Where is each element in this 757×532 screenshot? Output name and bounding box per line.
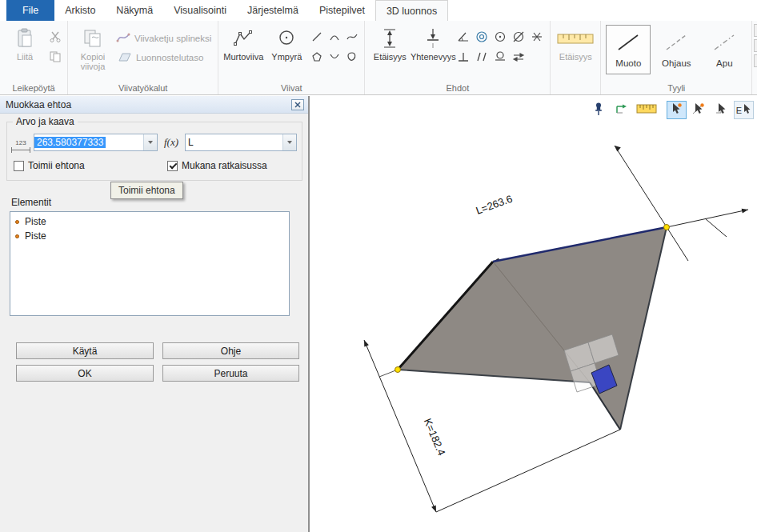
coincidence-button[interactable]: Yhtenevyys: [411, 24, 455, 64]
circle-slash-constraint-button[interactable]: [510, 30, 527, 46]
sketch-plane-button[interactable]: Luonnostelutaso: [116, 51, 211, 64]
tab-pistepilvet[interactable]: Pistepilvet: [309, 0, 375, 21]
lines-group-label: Viivat: [218, 83, 364, 93]
circle-label: Ympyrä: [271, 52, 302, 62]
sketch-canvas[interactable]: E: [310, 96, 757, 532]
ruler-button[interactable]: [634, 101, 659, 119]
copy-lines-icon: [82, 26, 103, 50]
polyline-label: Murtoviiva: [223, 52, 263, 62]
spline-chain-button[interactable]: Viivaketju splineksi: [116, 31, 211, 46]
tab-visualisointi[interactable]: Visualisointi: [163, 0, 237, 21]
paste-button[interactable]: Liitä: [3, 24, 46, 64]
paste-label: Liitä: [17, 52, 33, 62]
snap-element-button[interactable]: E: [734, 101, 754, 119]
polyline-button[interactable]: Murtoviiva: [222, 24, 265, 64]
ribbon-tabbar: File Arkisto Näkymä Visualisointi Järjes…: [0, 0, 757, 21]
style-control-label: Ohjaus: [662, 58, 691, 68]
angle-icon: [456, 30, 471, 46]
dimension-label-k[interactable]: K=182.4: [422, 417, 448, 458]
measure-distance-button[interactable]: Etäisyys: [554, 24, 597, 64]
checkbox-acts-as-condition[interactable]: Toimii ehtona: [14, 160, 85, 171]
tab-nakyma[interactable]: Näkymä: [106, 0, 163, 21]
arc-down-tool-button[interactable]: [326, 50, 343, 66]
perpendicular-constraint-button[interactable]: [455, 50, 472, 66]
style-shape-button[interactable]: Muoto: [606, 25, 651, 74]
point-bullet-icon: [15, 234, 19, 238]
snap-line-button[interactable]: [689, 101, 709, 119]
snap-corner-button[interactable]: [711, 101, 731, 119]
checkbox-checked[interactable]: [167, 161, 178, 171]
checkbox-acts-as-condition-label: Toimii ehtona: [28, 160, 85, 171]
formula-dropdown-button[interactable]: [282, 134, 296, 150]
value-dropdown-button[interactable]: [143, 134, 157, 150]
style-aux-label: Apu: [716, 58, 732, 68]
copy-button[interactable]: [46, 50, 64, 66]
line-icon: [310, 30, 323, 46]
elements-list[interactable]: Piste Piste: [10, 211, 290, 316]
tab-jarjestelma[interactable]: Järjestelmä: [237, 0, 309, 21]
cancel-button[interactable]: Peruuta: [162, 365, 299, 382]
style-aux-button[interactable]: Apu: [702, 25, 747, 74]
checkbox-included-in-solution[interactable]: Mukana ratkaisussa: [167, 160, 267, 171]
constraints-group-label: Ehdot: [365, 83, 550, 93]
polygon-icon: [310, 50, 323, 66]
tab-arkisto[interactable]: Arkisto: [54, 0, 106, 21]
tab-3d-luonnos[interactable]: 3D luonnos: [375, 0, 448, 21]
tangent-constraint-button[interactable]: [491, 50, 509, 66]
close-button[interactable]: [291, 99, 304, 110]
value-input[interactable]: 263.580377333: [34, 137, 106, 148]
value-dimension-icon: 123: [11, 136, 30, 150]
angle-constraint-button[interactable]: [455, 30, 472, 46]
snap-point-button[interactable]: [667, 101, 687, 119]
spline-tool-button[interactable]: [343, 30, 361, 46]
arc-tool-button[interactable]: [326, 30, 343, 46]
apply-button[interactable]: Käytä: [16, 342, 154, 359]
grid-options-button-3[interactable]: [754, 54, 757, 67]
help-button[interactable]: Ohje: [162, 342, 299, 359]
value-combobox[interactable]: 263.580377333: [34, 134, 158, 151]
grid-options-button-1[interactable]: [754, 24, 757, 37]
pattern-constraint-button[interactable]: [528, 30, 546, 46]
list-item[interactable]: Piste: [12, 229, 287, 243]
polygon-tool-button[interactable]: [308, 50, 326, 66]
close-icon: [294, 99, 301, 110]
formula-combobox[interactable]: L: [185, 134, 297, 151]
dialog-title: Muokkaa ehtoa: [6, 99, 71, 110]
coincidence-icon: [424, 26, 442, 50]
tab-file[interactable]: File: [6, 0, 54, 21]
dimension-label-l[interactable]: L=263.6: [475, 193, 515, 217]
symmetry-constraint-button[interactable]: [510, 50, 527, 66]
ribbon-right-controls: [752, 21, 757, 94]
pin-icon: [593, 102, 604, 118]
arc-down-icon: [328, 50, 341, 66]
circle-button[interactable]: Ympyrä: [265, 24, 308, 64]
spline-icon: [346, 30, 358, 46]
concentric-constraint-button[interactable]: [473, 30, 491, 46]
cut-button[interactable]: [46, 30, 64, 46]
ok-button[interactable]: OK: [16, 365, 154, 382]
line-tool-button[interactable]: [308, 30, 326, 46]
distance-constraint-button[interactable]: Etäisyys: [368, 24, 411, 64]
formula-input[interactable]: L: [186, 137, 282, 148]
tooltip: Toimii ehtona: [110, 182, 183, 199]
circle-point-constraint-button[interactable]: [491, 30, 509, 46]
measure-corner-button[interactable]: [611, 101, 631, 119]
closed-spline-tool-button[interactable]: [343, 50, 361, 66]
checkbox-unchecked[interactable]: [14, 161, 24, 171]
dialog-titlebar[interactable]: Muokkaa ehtoa: [0, 96, 308, 114]
parallel-constraint-button[interactable]: [473, 50, 491, 66]
grid-options-button-2[interactable]: [754, 39, 757, 52]
copy-lines-button[interactable]: Kopioi viivoja: [71, 24, 114, 74]
polyline-icon: [233, 26, 254, 50]
cursor-point-icon: [670, 102, 683, 118]
list-item-label: Piste: [25, 230, 46, 242]
sketch-drawing[interactable]: L=263.6 K=182.4: [310, 96, 757, 532]
paste-icon: [16, 26, 34, 50]
dashdot-line-icon: [711, 32, 737, 54]
list-item[interactable]: Piste: [12, 214, 287, 229]
element-mode-label: E: [736, 106, 742, 115]
style-control-button[interactable]: Ohjaus: [654, 25, 699, 74]
copy-lines-label: Kopioi viivoja: [73, 52, 113, 71]
pin-button[interactable]: [589, 101, 609, 119]
ribbon-group-linetools: Kopioi viivoja Viivaketju splineksi Luon…: [68, 21, 218, 94]
